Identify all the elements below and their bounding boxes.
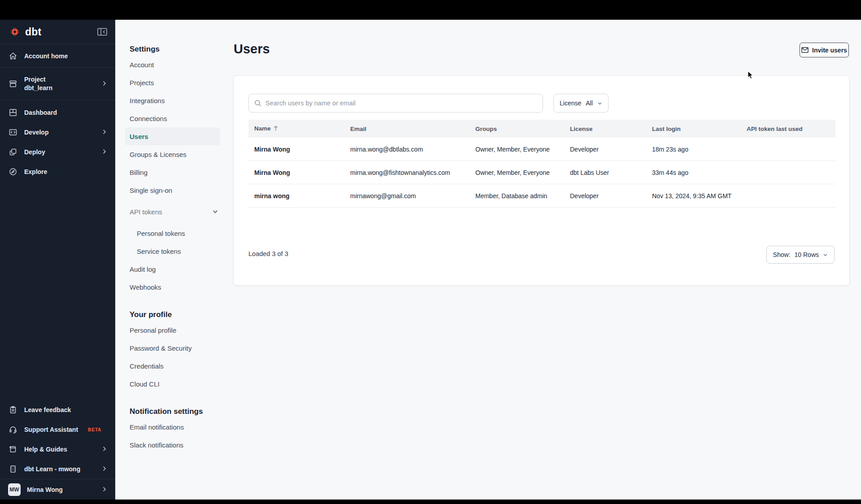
settings-item-webhooks[interactable]: Webhooks (130, 278, 225, 296)
table-header-row: Name Email Groups License Last login API… (248, 120, 835, 138)
settings-item-email-notifications[interactable]: Email notifications (130, 418, 225, 436)
sidebar-item-support-assistant[interactable]: Support Assistant BETA (0, 420, 115, 439)
users-table: Name Email Groups License Last login API… (248, 120, 835, 208)
cell-name: Mirna Wong (248, 169, 344, 176)
table-row[interactable]: Mirna Wong mirna.wong@fishtownanalytics.… (248, 161, 835, 184)
column-header-email[interactable]: Email (344, 126, 470, 132)
page-title: Users (234, 42, 270, 56)
project-icon (8, 79, 18, 89)
cell-name: mirna wong (248, 192, 344, 200)
settings-item-cloud-cli[interactable]: Cloud CLI (130, 375, 225, 393)
table-row[interactable]: mirna wong mirnawong@gmail.com Member, D… (248, 184, 835, 208)
settings-item-slack-notifications[interactable]: Slack notifications (130, 436, 225, 454)
column-header-last-login[interactable]: Last login (646, 126, 741, 132)
show-value: 10 Rows (795, 251, 819, 258)
sidebar-item-label: Help & Guides (24, 446, 67, 453)
mail-icon (801, 47, 809, 53)
settings-item-projects[interactable]: Projects (130, 74, 225, 91)
settings-item-integrations[interactable]: Integrations (130, 91, 225, 109)
building-icon (8, 464, 18, 474)
book-icon (8, 444, 18, 454)
sidebar-item-label: Dashboard (24, 109, 57, 116)
settings-item-credentials[interactable]: Credentials (130, 357, 225, 375)
sidebar-item-label: Account home (24, 52, 68, 60)
column-header-groups[interactable]: Groups (470, 126, 564, 132)
column-header-license[interactable]: License (564, 126, 646, 132)
settings-item-personal-profile[interactable]: Personal profile (130, 321, 225, 339)
settings-item-connections[interactable]: Connections (130, 109, 225, 127)
sidebar-item-label: Deploy (24, 148, 45, 156)
sidebar-item-label: Project (24, 76, 52, 83)
cell-last-login: 33m 44s ago (646, 169, 741, 176)
sidebar-item-project[interactable]: Project dbt_learn (0, 68, 115, 100)
sidebar-item-deploy[interactable]: Deploy (0, 142, 115, 162)
settings-nav: Settings Account Projects Integrations C… (130, 43, 225, 454)
dbt-logo-icon (8, 25, 22, 39)
sidebar-item-sublabel: dbt_learn (24, 85, 52, 91)
column-header-api-token[interactable]: API token last used (741, 126, 835, 132)
settings-item-api-tokens[interactable]: API tokens (130, 203, 225, 221)
users-card: License All Name Email Groups License La… (233, 75, 850, 286)
chevron-right-icon (102, 486, 107, 493)
cell-email: mirnawong@gmail.com (344, 192, 470, 200)
settings-item-groups-licenses[interactable]: Groups & Licenses (130, 145, 225, 163)
settings-item-billing[interactable]: Billing (130, 163, 225, 181)
search-input[interactable] (265, 100, 537, 107)
sidebar: dbt Account home Project dbt_learn (0, 20, 115, 500)
license-filter-button[interactable]: License All (553, 94, 609, 113)
dashboard-icon (8, 108, 18, 117)
sidebar-item-label: Explore (24, 168, 47, 175)
beta-badge: BETA (88, 427, 101, 432)
mouse-cursor (748, 71, 754, 80)
sidebar-item-label: Support Assistant (24, 426, 78, 433)
chevron-right-icon (102, 446, 107, 453)
sidebar-item-help-guides[interactable]: Help & Guides (0, 439, 115, 459)
cell-groups: Owner, Member, Everyone (470, 169, 564, 176)
top-bar (0, 0, 861, 20)
settings-item-service-tokens[interactable]: Service tokens (130, 242, 225, 260)
settings-heading: Settings (130, 43, 225, 56)
sidebar-item-develop[interactable]: Develop (0, 122, 115, 142)
settings-item-personal-tokens[interactable]: Personal tokens (130, 224, 225, 242)
user-name: Mirna Wong (27, 486, 63, 493)
caret-down-icon (597, 101, 602, 106)
table-row[interactable]: Mirna Wong mirna.wong@dbtlabs.com Owner,… (248, 138, 835, 161)
sidebar-item-explore[interactable]: Explore (0, 162, 115, 182)
clipboard-icon (8, 405, 18, 415)
search-icon (254, 100, 261, 107)
cell-email: mirna.wong@dbtlabs.com (344, 146, 470, 153)
show-rows-button[interactable]: Show: 10 Rows (766, 246, 835, 264)
cell-email: mirna.wong@fishtownanalytics.com (344, 169, 470, 176)
invite-users-label: Invite users (812, 47, 847, 54)
loaded-status: Loaded 3 of 3 (248, 250, 288, 257)
cell-last-login: Nov 13, 2024, 9:35 AM GMT (646, 192, 741, 200)
sidebar-item-dashboard[interactable]: Dashboard (0, 103, 115, 122)
sidebar-item-account-home[interactable]: Account home (0, 44, 115, 68)
profile-heading: Your profile (130, 308, 225, 321)
sidebar-item-label: Develop (24, 129, 48, 136)
chevron-right-icon (102, 465, 107, 473)
sidebar-item-leave-feedback[interactable]: Leave feedback (0, 400, 115, 420)
cell-groups: Member, Database admin (470, 192, 564, 200)
license-filter-label: License (560, 100, 581, 107)
invite-users-button[interactable]: Invite users (800, 43, 849, 57)
settings-item-single-sign-on[interactable]: Single sign-on (130, 181, 225, 199)
settings-item-account[interactable]: Account (130, 56, 225, 74)
show-label: Show: (773, 251, 791, 258)
column-header-name[interactable]: Name (248, 125, 344, 132)
explore-icon (8, 167, 18, 177)
cell-license: dbt Labs User (564, 169, 646, 176)
sidebar-item-dbt-learn[interactable]: dbt Learn - mwong (0, 459, 115, 479)
settings-item-password-security[interactable]: Password & Security (130, 339, 225, 357)
settings-item-label: API tokens (130, 208, 162, 216)
sort-ascending-icon[interactable] (274, 126, 278, 132)
dbt-logo[interactable]: dbt (8, 25, 41, 39)
settings-item-users[interactable]: Users (125, 127, 220, 145)
logo-text: dbt (25, 26, 41, 38)
sidebar-item-label: Leave feedback (24, 406, 71, 413)
user-menu[interactable]: MW Mirna Wong (0, 479, 115, 500)
collapse-sidebar-icon[interactable] (97, 28, 107, 36)
cell-license: Developer (564, 192, 646, 200)
search-box[interactable] (248, 94, 543, 113)
settings-item-audit-log[interactable]: Audit log (130, 260, 225, 278)
